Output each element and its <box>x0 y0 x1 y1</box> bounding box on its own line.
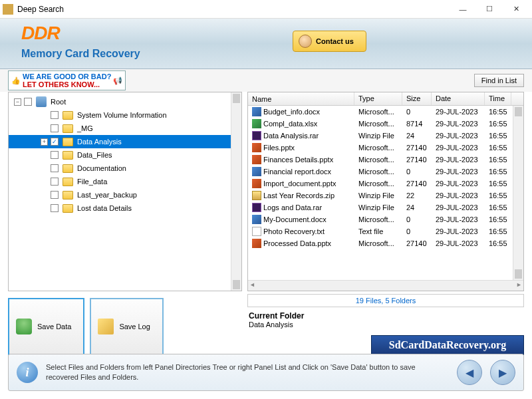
file-row[interactable]: Photo Recovery.txtText file029-JUL-20231… <box>248 225 523 237</box>
filelist-scrollbar[interactable] <box>513 106 523 280</box>
file-date: 29-JUL-2023 <box>432 179 485 188</box>
file-name: Data Analysis.rar <box>263 132 319 140</box>
col-type[interactable]: Type <box>354 92 402 105</box>
tree-item[interactable]: Last_year_backup <box>9 188 241 201</box>
file-row[interactable]: My-Document.docxMicrosoft...029-JUL-2023… <box>248 213 523 225</box>
website-badge[interactable]: SdCardDataRecovery.org <box>371 335 524 355</box>
file-name: Finances Details.pptx <box>263 156 333 164</box>
contact-label: Contact us <box>316 37 354 45</box>
file-size: 8714 <box>402 119 432 128</box>
file-size: 27140 <box>402 155 432 164</box>
col-size[interactable]: Size <box>402 92 432 105</box>
file-icon <box>252 239 261 248</box>
checkbox[interactable] <box>51 204 59 212</box>
file-time: 16:55 <box>485 119 511 128</box>
checkbox[interactable] <box>51 111 59 119</box>
save-data-label: Save Data <box>37 323 71 331</box>
collapse-icon[interactable]: − <box>14 98 21 106</box>
file-time: 16:55 <box>485 239 511 248</box>
file-row[interactable]: Data Analysis.rarWinzip File2429-JUL-202… <box>248 130 523 142</box>
checkbox[interactable]: ✓ <box>51 138 59 146</box>
checkbox[interactable] <box>24 98 32 106</box>
file-row[interactable]: Import_document.pptxMicrosoft...2714029-… <box>248 178 523 190</box>
meta-row: Save Data Save Log 19 Files, 5 Folders C… <box>0 291 532 355</box>
file-time: 16:55 <box>485 131 511 140</box>
col-date[interactable]: Date <box>432 92 485 105</box>
tree-root[interactable]: − Root <box>9 95 241 108</box>
file-date: 29-JUL-2023 <box>432 239 485 248</box>
file-row[interactable]: Logs and Data.rarWinzip File2429-JUL-202… <box>248 201 523 213</box>
file-name: Financial report.docx <box>263 168 331 176</box>
file-type: Microsoft... <box>354 119 402 128</box>
file-icon <box>252 191 261 200</box>
file-size: 27140 <box>402 239 432 248</box>
file-name: Compl_data.xlsx <box>263 120 317 128</box>
file-row[interactable]: Finances Details.pptxMicrosoft...2714029… <box>248 154 523 166</box>
app-icon <box>3 4 13 15</box>
feedback-line1: WE ARE GOOD OR BAD? <box>23 72 111 80</box>
contact-button[interactable]: Contact us <box>293 31 366 52</box>
tree-item-label: File_data <box>77 178 107 186</box>
file-size: 27140 <box>402 143 432 152</box>
file-row[interactable]: Processed Data.pptxMicrosoft...2714029-J… <box>248 237 523 249</box>
tree-item-label: Last_year_backup <box>77 191 137 199</box>
tree-item[interactable]: +✓Data Analysis <box>9 135 241 148</box>
checkbox[interactable] <box>51 151 59 159</box>
file-type: Microsoft... <box>354 215 402 224</box>
person-icon <box>299 35 312 48</box>
minimize-button[interactable]: — <box>450 1 476 17</box>
file-date: 29-JUL-2023 <box>432 191 485 200</box>
tree-item[interactable]: Data_Files <box>9 148 241 162</box>
filelist-body[interactable]: Budget_info.docxMicrosoft...029-JUL-2023… <box>248 106 523 280</box>
filelist-hscrollbar[interactable] <box>248 280 523 291</box>
file-row[interactable]: Budget_info.docxMicrosoft...029-JUL-2023… <box>248 106 523 118</box>
file-date: 29-JUL-2023 <box>432 155 485 164</box>
checkbox[interactable] <box>51 191 59 199</box>
folder-icon <box>63 164 73 173</box>
find-in-list-button[interactable]: Find in List <box>474 74 524 87</box>
megaphone-icon: 📢 <box>113 76 122 85</box>
file-size: 0 <box>402 215 432 224</box>
file-row[interactable]: Last Year Records.zipWinzip File2229-JUL… <box>248 190 523 201</box>
file-type: Winzip File <box>354 191 402 200</box>
back-button[interactable]: ◀ <box>457 360 482 385</box>
forward-button[interactable]: ▶ <box>490 360 515 385</box>
file-icon <box>252 203 261 212</box>
checkbox[interactable] <box>51 164 59 172</box>
folder-icon <box>63 124 73 133</box>
file-row[interactable]: Compl_data.xlsxMicrosoft...871429-JUL-20… <box>248 118 523 130</box>
tree-item[interactable]: Documentation <box>9 162 241 175</box>
file-date: 29-JUL-2023 <box>432 143 485 152</box>
file-row[interactable]: Files.pptxMicrosoft...2714029-JUL-202316… <box>248 142 523 154</box>
save-log-button[interactable]: Save Log <box>90 298 163 355</box>
file-time: 16:55 <box>485 155 511 164</box>
maximize-button[interactable]: ☐ <box>476 1 503 17</box>
save-data-button[interactable]: Save Data <box>8 298 84 355</box>
close-button[interactable]: ✕ <box>503 1 529 17</box>
tree-item[interactable]: Lost data Details <box>9 201 241 215</box>
file-type: Winzip File <box>354 203 402 212</box>
feedback-line2: LET OTHERS KNOW... <box>23 80 111 88</box>
folder-icon <box>63 178 73 186</box>
tree-item[interactable]: _MG <box>9 122 241 135</box>
tree-item-label: Data Analysis <box>77 138 122 146</box>
checkbox[interactable] <box>51 124 59 132</box>
file-date: 29-JUL-2023 <box>432 119 485 128</box>
stats-bar: 19 Files, 5 Folders <box>247 294 524 307</box>
titlebar: Deep Search — ☐ ✕ <box>0 0 532 19</box>
col-name[interactable]: Name <box>248 92 354 105</box>
tree-item[interactable]: File_data <box>9 175 241 188</box>
file-type: Microsoft... <box>354 155 402 164</box>
file-row[interactable]: Financial report.docxMicrosoft...029-JUL… <box>248 166 523 178</box>
file-time: 16:55 <box>485 167 511 176</box>
directory-tree[interactable]: − Root System Volume Information_MG+✓Dat… <box>9 92 241 291</box>
checkbox[interactable] <box>51 178 59 186</box>
tree-item[interactable]: System Volume Information <box>9 108 241 122</box>
file-type: Microsoft... <box>354 143 402 152</box>
file-type: Microsoft... <box>354 167 402 176</box>
tree-scrollbar[interactable] <box>231 92 241 291</box>
file-date: 29-JUL-2023 <box>432 107 485 116</box>
feedback-badge[interactable]: 👍 WE ARE GOOD OR BAD? LET OTHERS KNOW...… <box>8 70 126 90</box>
expand-icon[interactable]: + <box>41 138 48 146</box>
col-time[interactable]: Time <box>485 92 511 105</box>
